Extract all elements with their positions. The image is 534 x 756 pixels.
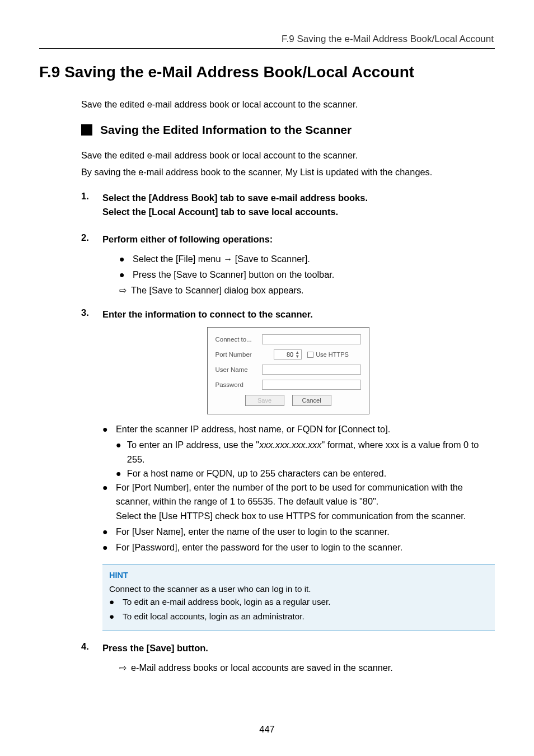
dialog-username-label: User Name: [216, 366, 257, 373]
dialog-username-input[interactable]: [262, 365, 361, 375]
section-title: F.9 Saving the e-Mail Address Book/Local…: [39, 63, 495, 81]
subsection-para-2: By saving the e-mail address book to the…: [81, 166, 495, 179]
step-2-bullet-1: Select the [File] menu → [Save to Scanne…: [133, 252, 310, 266]
step-1-line-2: Select the [Local Account] tab to save l…: [102, 207, 338, 217]
hint-bullet-1: To edit an e-mail address book, login as…: [123, 596, 331, 609]
dialog-https-checkbox[interactable]: Use HTTPS: [307, 351, 349, 358]
header-rule: [39, 48, 495, 49]
disc-bullet-icon: ●: [102, 540, 110, 554]
dialog-password-input[interactable]: [262, 380, 361, 390]
step-3-sub-2: For a host name or FQDN, up to 255 chara…: [127, 466, 386, 480]
step-3-bullet-1: Enter the scanner IP address, host name,…: [116, 422, 390, 436]
spinner-arrows-icon[interactable]: ▲▼: [295, 351, 299, 358]
step-4: 4. Press the [Save] button.: [81, 641, 495, 655]
s3b1s1a: To enter an IP address, use the ": [127, 440, 259, 450]
s3b2a: For [Port Number], enter the number of t…: [116, 482, 463, 506]
disc-bullet-icon: ●: [116, 438, 121, 466]
running-header: F.9 Saving the e-Mail Address Book/Local…: [39, 34, 495, 45]
step-1-line-1: Select the [Address Book] tab to save e-…: [102, 193, 368, 203]
step-1: 1. Select the [Address Book] tab to save…: [81, 191, 495, 219]
step-3-sub-1: To enter an IP address, use the "xxx.xxx…: [127, 438, 495, 466]
step-2-b1-b: [Save to Scanner].: [232, 254, 310, 264]
step-2-b1-a: Select the [File] menu: [133, 254, 223, 264]
step-3: 3. Enter the information to connect to t…: [81, 307, 495, 321]
result-arrow-icon: ⇨: [119, 661, 127, 675]
result-arrow-icon: ⇨: [119, 283, 127, 297]
dialog-password-label: Password: [216, 381, 257, 388]
dialog-save-button[interactable]: Save: [245, 395, 284, 406]
hint-title: HINT: [109, 570, 488, 582]
step-4-num: 4.: [81, 641, 93, 655]
step-3-title: Enter the information to connect to the …: [102, 307, 313, 321]
disc-bullet-icon: ●: [102, 480, 110, 523]
disc-bullet-icon: ●: [102, 422, 110, 436]
dialog-connect-label: Connect to...: [216, 336, 257, 343]
step-3-bullet-3: For [User Name], enter the name of the u…: [116, 525, 390, 539]
disc-bullet-icon: ●: [109, 596, 117, 609]
step-2-num: 2.: [81, 232, 93, 246]
disc-bullet-icon: ●: [102, 525, 110, 539]
square-bullet-icon: [81, 124, 92, 136]
disc-bullet-icon: ●: [119, 268, 127, 282]
step-1-num: 1.: [81, 191, 93, 219]
hint-box: HINT Connect to the scanner as a user wh…: [102, 564, 495, 631]
page-number: 447: [0, 724, 534, 735]
step-2-result: The [Save to Scanner] dialog box appears…: [131, 283, 304, 297]
dialog-connect-input[interactable]: [262, 334, 361, 344]
step-2: 2. Perform either of following operation…: [81, 232, 495, 246]
step-3-num: 3.: [81, 307, 93, 321]
step-3-bullet-4: For [Password], enter the password for t…: [116, 540, 402, 554]
disc-bullet-icon: ●: [119, 252, 127, 266]
dialog-port-spinner[interactable]: 80 ▲▼: [274, 349, 302, 360]
hint-bullet-2: To edit local accounts, login as an admi…: [123, 610, 305, 623]
step-4-title: Press the [Save] button.: [102, 641, 208, 655]
intro-paragraph: Save the edited e-mail address book or l…: [81, 98, 495, 111]
dialog-https-label: Use HTTPS: [316, 351, 349, 358]
step-3-content: ● Enter the scanner IP address, host nam…: [102, 422, 495, 554]
s3b1s1-italic: xxx.xxx.xxx.xxx: [259, 440, 321, 450]
disc-bullet-icon: ●: [109, 610, 117, 623]
step-3-bullet-2: For [Port Number], enter the number of t…: [116, 480, 495, 523]
disc-bullet-icon: ●: [116, 466, 121, 480]
step-4-result: e-Mail address books or local accounts a…: [131, 661, 393, 675]
dialog-port-value: 80: [287, 351, 293, 358]
step-1-text: Select the [Address Book] tab to save e-…: [102, 191, 368, 219]
checkbox-icon[interactable]: [307, 352, 313, 358]
subsection-title: Saving the Edited Information to the Sca…: [100, 123, 352, 137]
step-2-content: ● Select the [File] menu → [Save to Scan…: [119, 252, 495, 298]
save-to-scanner-dialog: Connect to... Port Number 80 ▲▼ Use HTTP…: [207, 327, 369, 414]
hint-para: Connect to the scanner as a user who can…: [109, 583, 488, 596]
subsection-para-1: Save the edited e-mail address book or l…: [81, 149, 495, 162]
step-2-title: Perform either of following operations:: [102, 232, 273, 246]
step-2-bullet-2: Press the [Save to Scanner] button on th…: [133, 268, 334, 282]
s3b2b: Select the [Use HTTPS] check box to use …: [116, 511, 466, 521]
step-4-content: ⇨ e-Mail address books or local accounts…: [119, 661, 495, 675]
dialog-port-label: Port Number: [216, 351, 257, 358]
dialog-cancel-button[interactable]: Cancel: [292, 395, 331, 406]
subsection-heading: Saving the Edited Information to the Sca…: [81, 123, 495, 137]
